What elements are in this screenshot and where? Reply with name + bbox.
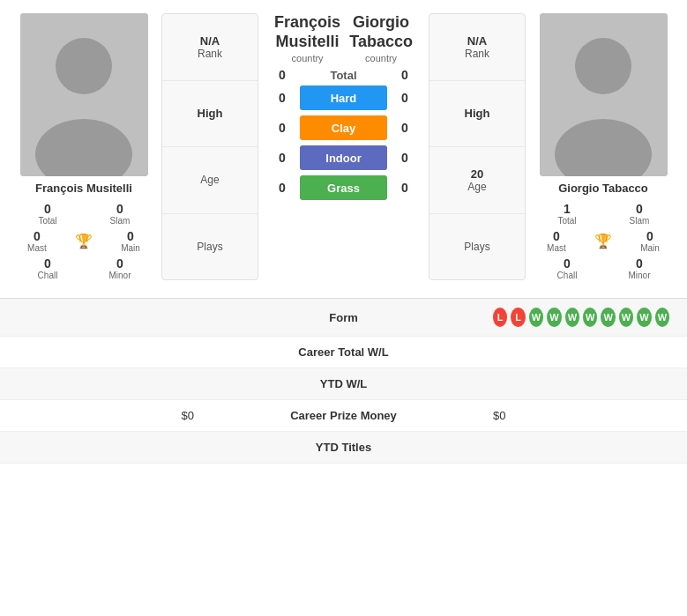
left-mast-stat: 0 Mast	[27, 229, 47, 253]
trophy-icon-left: 🏆	[75, 233, 93, 249]
totals-row: 0 Total 0	[270, 68, 417, 82]
form-badge: W	[637, 308, 651, 327]
stats-label-0: Form	[194, 311, 493, 324]
left-player-stats: 0 Total 0 Slam	[13, 202, 154, 226]
form-badge: W	[547, 308, 561, 327]
left-high-row: High	[162, 81, 258, 148]
top-names: FrançoisMusitelli country GiorgioTabacco…	[270, 13, 417, 63]
main-container: François Musitelli 0 Total 0 Slam 0 Mast…	[0, 0, 687, 616]
right-plays-label: Plays	[464, 241, 489, 253]
surface-row-clay: 0 Clay 0	[270, 115, 417, 140]
right-high-row: High	[429, 81, 525, 148]
svg-point-4	[575, 38, 631, 94]
form-badge: W	[529, 308, 543, 327]
left-main-label: Main	[121, 243, 140, 253]
left-chall-value: 0	[44, 256, 51, 271]
left-chall-stat: 0 Chall	[13, 256, 82, 280]
stats-label-1: Career Total W/L	[194, 345, 493, 359]
form-badge: L	[511, 308, 525, 327]
right-chall-stat: 0 Chall	[533, 256, 601, 280]
stats-label-4: YTD Titles	[194, 441, 493, 454]
stats-row-0: Form LLWWWWWWWW	[0, 299, 687, 337]
right-player-photo	[540, 13, 668, 176]
right-high-value: High	[465, 107, 490, 120]
left-main-stat: 0 Main	[121, 229, 140, 253]
left-middle-stats: N/A Rank High Age Plays	[161, 13, 258, 280]
stats-label-2: YTD W/L	[194, 377, 493, 390]
surface-row-hard: 0 Hard 0	[270, 85, 417, 110]
right-slam-value: 0	[636, 202, 643, 216]
left-total-stat: 0 Total	[13, 202, 82, 226]
right-name-header: GiorgioTabacco	[349, 13, 413, 51]
surface-row-indoor: 0 Indoor 0	[270, 145, 417, 170]
left-rank-value: N/A	[198, 34, 222, 48]
surface-badge-grass: Grass	[300, 175, 387, 200]
right-minor-label: Minor	[628, 271, 650, 280]
right-minor-stat: 0 Minor	[605, 256, 674, 280]
right-bottom-stats: 0 Chall 0 Minor	[533, 256, 674, 280]
right-rank-row: N/A Rank	[429, 14, 525, 81]
surface-left-score: 0	[270, 91, 295, 105]
right-age-value: 20	[467, 167, 486, 181]
right-total-value: 1	[564, 202, 571, 216]
right-main-label: Main	[640, 243, 660, 253]
surface-right-score: 0	[392, 91, 417, 105]
right-total-label: Total	[557, 216, 576, 226]
right-slam-label: Slam	[630, 216, 650, 226]
total-right-score: 0	[392, 68, 417, 82]
left-age-row: Age	[162, 147, 258, 214]
right-country: country	[349, 53, 413, 63]
left-trophy-row: 0 Mast 🏆 0 Main	[13, 229, 154, 253]
left-high-value: High	[198, 107, 223, 120]
left-plays-row: Plays	[162, 214, 258, 280]
total-left-score: 0	[270, 68, 295, 82]
left-minor-stat: 0 Minor	[86, 256, 154, 280]
left-mast-value: 0	[34, 229, 41, 243]
left-slam-label: Slam	[110, 216, 131, 226]
left-total-label: Total	[38, 216, 56, 226]
players-section: François Musitelli 0 Total 0 Slam 0 Mast…	[0, 0, 687, 293]
left-plays-label: Plays	[197, 241, 222, 253]
surface-left-score: 0	[270, 181, 295, 195]
right-age-label: Age	[467, 181, 486, 193]
left-player-name: François Musitelli	[35, 182, 132, 195]
left-name-block: FrançoisMusitelli country	[274, 13, 340, 63]
left-chall-label: Chall	[38, 271, 58, 280]
surface-right-score: 0	[392, 181, 417, 195]
stats-row-2: YTD W/L	[0, 368, 687, 400]
stats-label-3: Career Prize Money	[194, 409, 493, 422]
surface-badge-indoor: Indoor	[300, 145, 387, 170]
right-player-stats: 1 Total 0 Slam	[533, 202, 674, 226]
left-slam-stat: 0 Slam	[86, 202, 154, 226]
right-trophy-row: 0 Mast 🏆 0 Main	[533, 229, 674, 253]
right-middle-stats: N/A Rank High 20 Age Plays	[429, 13, 526, 280]
left-slam-value: 0	[116, 202, 123, 216]
left-mast-label: Mast	[27, 243, 47, 253]
right-mast-label: Mast	[547, 243, 566, 253]
right-plays-row: Plays	[429, 214, 525, 280]
right-main-value: 0	[646, 229, 653, 243]
form-badge: L	[493, 308, 507, 327]
form-badge: W	[655, 308, 669, 327]
svg-point-1	[56, 38, 112, 94]
left-country: country	[274, 53, 340, 63]
surface-left-score: 0	[270, 151, 295, 165]
right-chall-label: Chall	[557, 271, 578, 280]
left-player-photo	[20, 13, 148, 176]
right-main-stat: 0 Main	[640, 229, 660, 253]
left-age-label: Age	[200, 174, 219, 186]
left-player-card: François Musitelli 0 Total 0 Slam 0 Mast…	[13, 13, 154, 280]
left-total-value: 0	[44, 202, 51, 216]
right-mast-stat: 0 Mast	[547, 229, 566, 253]
stats-left-3: $0	[18, 409, 194, 422]
left-minor-label: Minor	[108, 271, 131, 280]
stats-right-3: $0	[493, 409, 669, 422]
right-rank-label: Rank	[465, 48, 489, 60]
right-player-card: Giorgio Tabacco 1 Total 0 Slam 0 Mast 🏆	[533, 13, 674, 280]
left-rank-row: N/A Rank	[162, 14, 258, 81]
stats-row-1: Career Total W/L	[0, 337, 687, 368]
right-name-block: GiorgioTabacco country	[349, 13, 413, 63]
right-slam-stat: 0 Slam	[605, 202, 674, 226]
surface-badge-clay: Clay	[300, 115, 387, 140]
left-rank-label: Rank	[198, 48, 222, 60]
